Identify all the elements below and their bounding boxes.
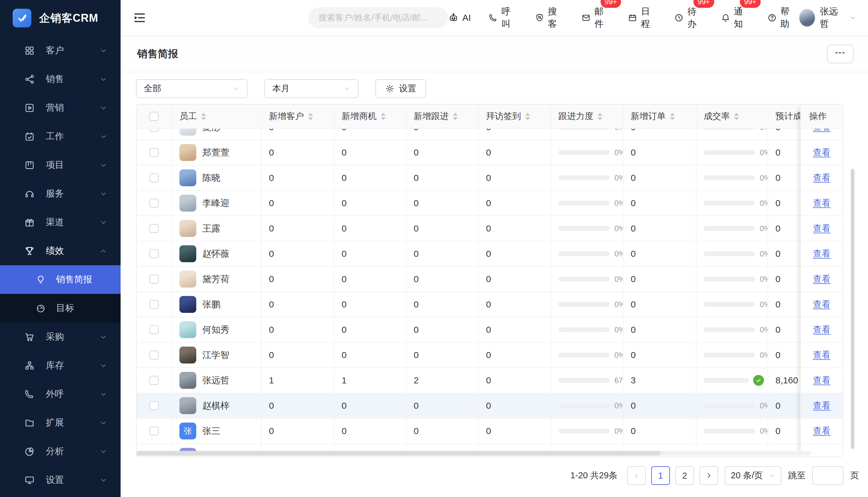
table-row[interactable]: 张远哲112067%38,160	[137, 368, 843, 393]
nav-action-clock[interactable]: 待办99+	[674, 5, 703, 30]
sidebar-item-calendar-check[interactable]: 工作	[0, 122, 121, 151]
sidebar-item-cart[interactable]: 采购	[0, 323, 121, 351]
sidebar-item-phone[interactable]: 外呼	[0, 380, 121, 408]
column-header[interactable]: 新增订单	[624, 104, 697, 129]
column-header[interactable]: 拜访签到	[479, 104, 551, 129]
view-link[interactable]: 查看	[813, 324, 831, 336]
view-link[interactable]: 查看	[813, 223, 831, 235]
view-link[interactable]: 查看	[813, 248, 831, 260]
sidebar-item-grid[interactable]: 客户	[0, 36, 121, 65]
table-row[interactable]: 李峰迎00000%00%0	[137, 191, 843, 216]
row-checkbox[interactable]	[150, 173, 158, 182]
period-select[interactable]: 本月	[264, 79, 359, 98]
table-row[interactable]	[137, 444, 843, 451]
column-header[interactable]: 新增客户	[262, 104, 334, 129]
menu-fold-icon[interactable]	[132, 11, 146, 25]
jump-page-input[interactable]	[812, 466, 843, 485]
sort-carets-icon[interactable]	[670, 113, 675, 120]
table-row[interactable]: 王露00000%00%0	[137, 216, 843, 241]
table-row[interactable]: 何知秀00000%00%0	[137, 317, 843, 343]
table-row[interactable]: 张张三00000%00%0	[137, 418, 843, 444]
sort-carets-icon[interactable]	[734, 113, 739, 120]
sort-carets-icon[interactable]	[201, 113, 206, 120]
sidebar-item-pie[interactable]: 分析	[0, 437, 121, 466]
page-button-1[interactable]: 1	[651, 466, 670, 485]
sort-carets-icon[interactable]	[308, 113, 313, 120]
settings-button[interactable]: 设置	[375, 79, 426, 98]
sort-carets-icon[interactable]	[453, 113, 458, 120]
row-checkbox[interactable]	[150, 224, 158, 233]
sidebar-item-trophy[interactable]: 绩效	[0, 237, 121, 265]
row-checkbox[interactable]	[150, 426, 158, 436]
sidebar-item-gift[interactable]: 渠道	[0, 208, 121, 237]
column-header[interactable]: 员工	[172, 104, 262, 129]
view-link[interactable]: 查看	[813, 146, 831, 158]
table-row[interactable]: 江学智00000%00%0	[137, 343, 843, 368]
column-header[interactable]: 新增跟进	[406, 104, 479, 129]
nav-action-calendar[interactable]: 日程	[628, 5, 657, 30]
horizontal-scrollbar-thumb[interactable]	[137, 451, 661, 456]
view-link[interactable]: 查看	[813, 400, 831, 412]
nav-action-bell[interactable]: 通知99+	[721, 5, 750, 30]
row-checkbox[interactable]	[150, 325, 158, 334]
sidebar-subitem-gauge[interactable]: 目标	[0, 294, 121, 323]
sidebar-item-play-square[interactable]: 营销	[0, 94, 121, 122]
page-button-2[interactable]: 2	[675, 466, 694, 485]
row-checkbox[interactable]	[150, 351, 158, 359]
row-checkbox[interactable]	[150, 401, 158, 410]
nav-action-mail[interactable]: 邮件99+	[581, 5, 610, 30]
sort-carets-icon[interactable]	[381, 113, 386, 120]
next-page-button[interactable]	[699, 466, 718, 485]
view-link[interactable]: 查看	[813, 273, 831, 285]
sidebar-item-folder[interactable]: 扩展	[0, 408, 121, 437]
vertical-scrollbar-thumb[interactable]	[851, 169, 854, 449]
nav-action-phone[interactable]: 呼叫	[488, 5, 517, 30]
page-size-select[interactable]: 20 条/页	[725, 466, 782, 485]
nav-action-shield-search[interactable]: 搜客	[535, 5, 564, 30]
search-input[interactable]	[308, 7, 448, 28]
table-row[interactable]: 黛芳荷00000%00%0	[137, 267, 843, 292]
nav-action-robot[interactable]: AI	[448, 12, 471, 23]
select-all-checkbox[interactable]	[150, 112, 158, 121]
new-orders-cell: 3	[624, 368, 697, 393]
view-link[interactable]: 查看	[813, 172, 831, 184]
progress-label: 0%	[614, 250, 624, 258]
row-checkbox[interactable]	[150, 300, 158, 309]
view-link[interactable]: 查看	[813, 425, 831, 437]
sidebar-item-headset[interactable]: 服务	[0, 179, 121, 208]
sidebar-item-project[interactable]: 项目	[0, 151, 121, 179]
table-row[interactable]: 陈晓00000%00%0	[137, 166, 843, 191]
column-header[interactable]: 跟进力度	[551, 104, 624, 129]
view-link[interactable]: 查看	[813, 197, 831, 209]
employee-cell: 陈晓	[172, 166, 262, 191]
prev-page-button[interactable]	[627, 466, 646, 485]
more-button[interactable]: ---	[827, 45, 854, 63]
row-checkbox[interactable]	[150, 148, 158, 157]
sidebar-item-monitor[interactable]: 设置	[0, 466, 121, 494]
table-row[interactable]: 郑萱萱00000%00%0	[137, 140, 843, 166]
view-link[interactable]: 查看	[813, 298, 831, 310]
view-link[interactable]: 查看	[813, 349, 831, 361]
row-checkbox[interactable]	[150, 199, 158, 208]
sidebar-item-boxes[interactable]: 库存	[0, 351, 121, 380]
table-row[interactable]: 张鹏00000%00%0	[137, 292, 843, 317]
sidebar-item-share[interactable]: 销售	[0, 65, 121, 94]
row-checkbox[interactable]	[150, 376, 158, 385]
column-header[interactable]: 新增商机	[334, 104, 406, 129]
row-checkbox[interactable]	[150, 249, 158, 258]
row-checkbox[interactable]	[150, 274, 158, 284]
view-link[interactable]: 查看	[813, 450, 831, 451]
sort-carets-icon[interactable]	[598, 113, 602, 120]
sort-carets-icon[interactable]	[525, 113, 530, 120]
nav-action-question[interactable]: 帮助	[767, 5, 796, 30]
row-checkbox[interactable]	[150, 129, 158, 132]
scope-select[interactable]: 全部	[136, 79, 248, 98]
table-row[interactable]: 赵怀薇00000%00%0	[137, 241, 843, 267]
table-row[interactable]: 赵棋梓00000%00%0	[137, 393, 843, 418]
table-row[interactable]: 夏彤00000%00%0	[137, 129, 843, 140]
user-menu[interactable]: 张远哲	[799, 5, 856, 30]
view-link[interactable]: 查看	[813, 129, 831, 133]
sidebar-subitem-bulb[interactable]: 销售简报	[0, 265, 121, 294]
column-header[interactable]: 成交率	[697, 104, 768, 129]
view-link[interactable]: 查看	[813, 374, 831, 386]
